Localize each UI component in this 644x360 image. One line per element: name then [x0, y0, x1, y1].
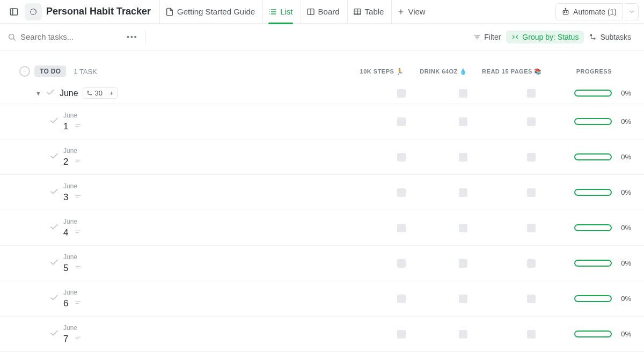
- checkbox-drink[interactable]: [459, 295, 467, 303]
- svg-point-21: [566, 12, 567, 12]
- tab-list[interactable]: List: [262, 0, 298, 24]
- topbar: Personal Habit Tracker Getting Started G…: [0, 0, 644, 24]
- checkbox-steps[interactable]: [397, 188, 406, 197]
- checkbox-read[interactable]: [527, 330, 536, 339]
- progress-text: 0%: [616, 295, 631, 303]
- column-header-steps[interactable]: 10K STEPS 🏃: [351, 68, 413, 75]
- checkbox-steps[interactable]: [397, 89, 406, 98]
- progress-text: 0%: [616, 89, 631, 97]
- svg-point-22: [9, 34, 14, 39]
- status-pill[interactable]: TO DO: [34, 65, 66, 77]
- checkbox-steps[interactable]: [397, 259, 406, 268]
- filter-button[interactable]: Filter: [468, 31, 506, 43]
- list-icon: [25, 3, 42, 20]
- subtasks-button[interactable]: Subtasks: [584, 31, 636, 43]
- column-header-drink[interactable]: DRINK 64OZ 💧: [413, 68, 474, 75]
- add-view-button[interactable]: View: [391, 0, 430, 24]
- description-icon: [75, 265, 82, 273]
- toolbar: ••• Filter Group by: Status Subtasks: [0, 24, 644, 50]
- check-icon[interactable]: [49, 328, 59, 340]
- column-header-progress[interactable]: PROGRESS: [550, 68, 625, 75]
- checkbox-drink[interactable]: [459, 153, 467, 161]
- task-row[interactable]: June 6 0%: [0, 281, 644, 317]
- description-icon: [75, 229, 82, 237]
- task-row[interactable]: June 1 0%: [0, 104, 644, 139]
- task-name: 2: [63, 157, 68, 167]
- tab-table[interactable]: Table: [347, 0, 390, 24]
- subtask-count-tag[interactable]: 30 +: [83, 87, 118, 99]
- automate-dropdown-button[interactable]: [625, 3, 639, 20]
- progress-text: 0%: [616, 188, 631, 196]
- group-header: TO DO 1 TASK 10K STEPS 🏃 DRINK 64OZ 💧 RE…: [0, 65, 644, 83]
- task-row[interactable]: June 2 0%: [0, 139, 644, 175]
- svg-rect-0: [10, 9, 18, 15]
- checkbox-drink[interactable]: [459, 330, 467, 339]
- checkbox-steps[interactable]: [397, 224, 406, 232]
- checkbox-drink[interactable]: [459, 259, 467, 268]
- task-row[interactable]: June 4 0%: [0, 210, 644, 246]
- checkbox-read[interactable]: [527, 89, 536, 98]
- description-icon: [75, 158, 82, 166]
- check-icon[interactable]: [46, 87, 55, 99]
- content: TO DO 1 TASK 10K STEPS 🏃 DRINK 64OZ 💧 RE…: [0, 50, 644, 352]
- progress-text: 0%: [616, 330, 631, 338]
- task-count: 1 TASK: [74, 68, 97, 76]
- check-icon[interactable]: [49, 187, 59, 198]
- checkbox-read[interactable]: [527, 188, 536, 197]
- subtasks-label: Subtasks: [600, 33, 631, 41]
- checkbox-read[interactable]: [527, 224, 536, 232]
- progress-bar: [574, 189, 612, 196]
- checkbox-steps[interactable]: [397, 117, 406, 126]
- progress-text: 0%: [616, 153, 631, 161]
- automate-label: Automate (1): [573, 8, 617, 16]
- search-input[interactable]: [20, 32, 117, 41]
- task-name: 7: [63, 334, 68, 344]
- sidebar-toggle-icon[interactable]: [5, 3, 23, 20]
- groupby-button[interactable]: Group by: Status: [506, 31, 584, 43]
- task-row[interactable]: June 3 0%: [0, 175, 644, 210]
- task-row[interactable]: June 5 0%: [0, 246, 644, 281]
- checkbox-drink[interactable]: [459, 188, 467, 197]
- svg-point-2: [31, 9, 36, 14]
- check-icon[interactable]: [49, 258, 59, 269]
- task-name: 5: [63, 263, 68, 273]
- checkbox-drink[interactable]: [459, 117, 467, 126]
- progress-bar: [574, 153, 612, 160]
- more-options-button[interactable]: •••: [127, 33, 138, 41]
- checkbox-read[interactable]: [527, 259, 536, 268]
- checkbox-read[interactable]: [527, 153, 536, 161]
- svg-line-23: [13, 39, 15, 40]
- task-row-parent[interactable]: ▼ June 30 + 0%: [0, 83, 644, 104]
- tab-board[interactable]: Board: [301, 0, 345, 24]
- expand-chevron-icon[interactable]: ▼: [35, 90, 41, 97]
- parent-name: June: [63, 218, 82, 225]
- checkbox-drink[interactable]: [459, 224, 467, 232]
- tab-getting-started[interactable]: Getting Started Guide: [159, 0, 260, 24]
- check-icon[interactable]: [49, 116, 59, 127]
- checkbox-steps[interactable]: [397, 153, 406, 161]
- checkbox-steps[interactable]: [397, 330, 406, 339]
- description-icon: [75, 194, 82, 202]
- checkbox-drink[interactable]: [459, 89, 467, 98]
- add-subtask-button[interactable]: +: [106, 89, 114, 97]
- collapse-circle-icon[interactable]: [19, 66, 30, 77]
- checkbox-read[interactable]: [527, 295, 536, 303]
- checkbox-read[interactable]: [527, 117, 536, 126]
- filter-label: Filter: [484, 33, 501, 41]
- task-name: 6: [63, 298, 68, 308]
- automate-button[interactable]: Automate (1): [555, 3, 623, 20]
- column-header-read[interactable]: READ 15 PAGES 📚: [474, 68, 550, 75]
- svg-point-20: [564, 12, 565, 12]
- tab-label: View: [408, 7, 425, 16]
- tab-label: List: [280, 7, 292, 16]
- check-icon[interactable]: [49, 151, 59, 163]
- check-icon[interactable]: [49, 293, 59, 304]
- tab-label: Getting Started Guide: [177, 7, 255, 16]
- search-box[interactable]: [8, 32, 117, 41]
- checkbox-steps[interactable]: [397, 295, 406, 303]
- progress-text: 0%: [616, 224, 631, 232]
- check-icon[interactable]: [49, 222, 59, 233]
- progress-text: 0%: [616, 259, 631, 267]
- search-icon: [8, 33, 16, 41]
- task-row[interactable]: June 7 0%: [0, 317, 644, 352]
